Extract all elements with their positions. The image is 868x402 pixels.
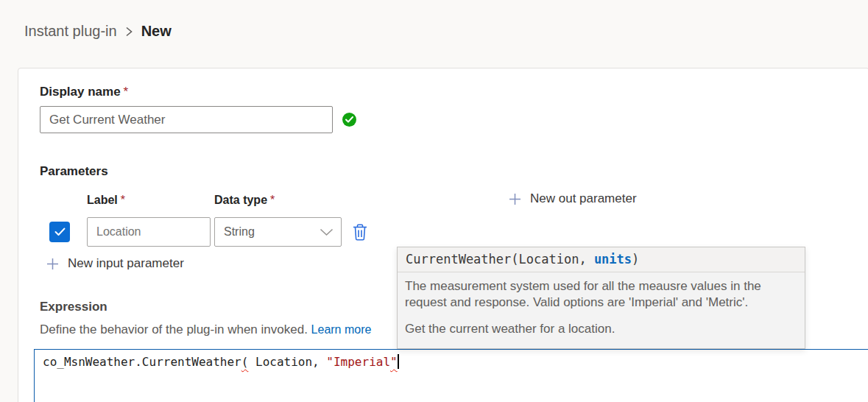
new-input-parameter-button[interactable]: New input parameter — [46, 256, 184, 271]
chevron-down-icon — [320, 228, 334, 236]
new-out-parameter-button[interactable]: New out parameter — [509, 191, 637, 206]
label-column-text: Label — [87, 194, 118, 206]
expression-code-editor[interactable]: co_MsnWeather.CurrentWeather( Location, … — [34, 349, 868, 402]
required-asterisk: * — [124, 85, 129, 99]
signature-prefix: CurrentWeather(Location, — [406, 252, 594, 267]
expression-description: Define the behavior of the plug-in when … — [40, 322, 371, 337]
code-identifier: co_MsnWeather.CurrentWeather — [43, 355, 241, 369]
parameters-section-title: Parameters — [40, 164, 108, 179]
signature-header: CurrentWeather(Location, units) — [398, 247, 805, 272]
data-type-column-header: Data type* — [214, 194, 275, 207]
parameter-data-type-dropdown[interactable]: String — [214, 217, 342, 247]
signature-active-parameter: units — [594, 252, 632, 267]
new-out-parameter-label: New out parameter — [530, 191, 637, 206]
delete-parameter-button[interactable] — [350, 222, 370, 242]
display-name-label: Display name* — [40, 85, 128, 99]
plus-icon — [509, 193, 521, 205]
breadcrumb-parent-link[interactable]: Instant plug-in — [24, 23, 117, 40]
parameter-label-input[interactable] — [87, 217, 211, 247]
breadcrumb-current: New — [141, 23, 172, 40]
code-string-literal: "Imperial — [326, 355, 390, 369]
signature-help-popup: CurrentWeather(Location, units) The meas… — [397, 247, 805, 349]
expression-code-line[interactable]: co_MsnWeather.CurrentWeather( Location, … — [35, 350, 868, 369]
label-column-header: Label* — [87, 194, 125, 207]
text-cursor — [398, 354, 399, 369]
checkmark-icon — [54, 228, 66, 236]
code-string-close-quote: " — [390, 355, 398, 369]
learn-more-link[interactable]: Learn more — [311, 323, 372, 336]
instant-plugin-page: Instant plug-in New Display name* Parame… — [0, 0, 868, 402]
required-asterisk: * — [270, 194, 275, 206]
code-open-paren: ( — [241, 355, 249, 369]
validation-success-icon — [342, 113, 356, 127]
code-arguments: Location, — [248, 355, 326, 369]
parameter-doc-text: The measurement system used for all the … — [405, 278, 797, 311]
trash-icon — [352, 223, 368, 241]
display-name-input[interactable] — [40, 106, 333, 133]
parameter-row-checkbox[interactable] — [49, 222, 70, 242]
required-asterisk: * — [121, 194, 125, 206]
display-name-label-text: Display name — [40, 85, 121, 99]
signature-suffix: ) — [632, 252, 639, 267]
expression-section-title: Expression — [40, 300, 107, 314]
expression-description-text: Define the behavior of the plug-in when … — [40, 322, 308, 336]
signature-docs: The measurement system used for all the … — [398, 272, 805, 337]
chevron-right-icon — [125, 26, 133, 38]
plus-icon — [46, 258, 59, 270]
data-type-column-text: Data type — [214, 194, 267, 206]
function-doc-text: Get the current weather for a location. — [405, 321, 797, 337]
plugin-form-panel: Display name* Parameters Label* Data typ… — [18, 68, 868, 402]
new-input-parameter-label: New input parameter — [68, 256, 184, 271]
data-type-selected-value: String — [224, 225, 255, 239]
breadcrumb: Instant plug-in New — [24, 23, 172, 40]
